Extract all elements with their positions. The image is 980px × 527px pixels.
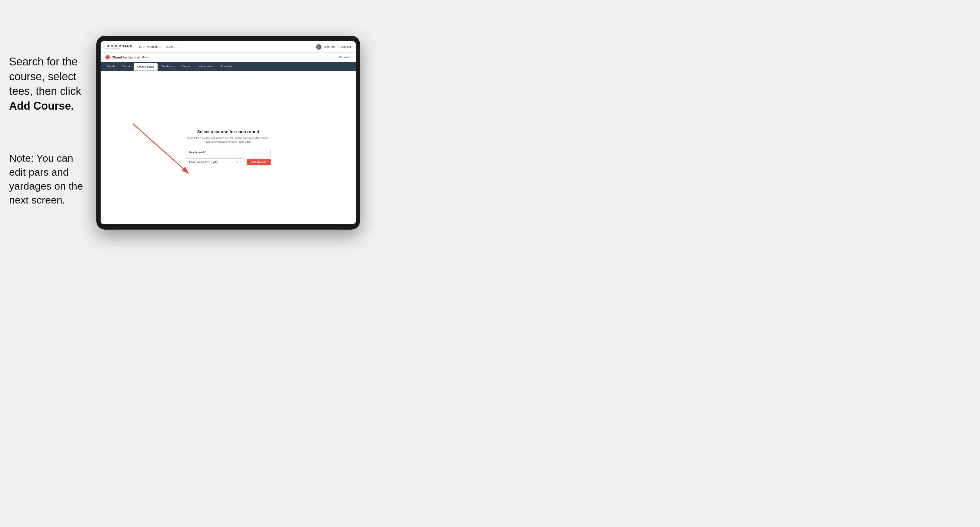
main-content: Select a course for each round Search fo…	[100, 71, 356, 224]
logo-sub: Powered by clippd	[105, 48, 132, 50]
tournament-name: Clippd Invitational	[111, 56, 140, 59]
tournament-header: C Clippd Invitational (Men) Cancel ✕	[100, 53, 356, 62]
note-line3: yardages on the	[9, 180, 83, 192]
course-search-input[interactable]	[186, 149, 270, 156]
tab-tee-groups[interactable]: Tee Groups	[158, 63, 178, 70]
tab-course-setup[interactable]: Course Setup	[134, 63, 158, 71]
tab-printables[interactable]: Printables	[217, 63, 236, 70]
tee-chevron-icon[interactable]: ⌃	[239, 161, 242, 163]
add-course-button[interactable]: Add Course	[247, 159, 270, 165]
tee-select-controls: ✕ ⌃	[236, 160, 242, 164]
user-label: Test User	[324, 45, 336, 48]
navbar-left: SCOREBOARD Powered by clippd TOURNAMENTS…	[105, 44, 175, 50]
tee-select-value: Gold (M) (M) (7010 yds)	[189, 160, 218, 163]
sign-out-link[interactable]: Sign out	[341, 45, 351, 48]
tablet-screen: SCOREBOARD Powered by clippd TOURNAMENTS…	[100, 41, 356, 224]
instruction-text: Search for the	[9, 56, 78, 68]
tab-leaderboards[interactable]: Leaderboards	[194, 63, 217, 70]
nav-link-teams[interactable]: TEAMS	[165, 45, 175, 48]
tee-select-dropdown[interactable]: Gold (M) (M) (7010 yds) ✕ ⌃	[186, 159, 245, 166]
navbar: SCOREBOARD Powered by clippd TOURNAMENTS…	[100, 41, 356, 53]
note-line4: next screen.	[9, 194, 65, 206]
navbar-right: T Test User | Sign out	[316, 44, 351, 50]
cancel-button[interactable]: Cancel ✕	[339, 56, 351, 59]
nav-links: TOURNAMENTS TEAMS	[138, 45, 175, 48]
tournament-icon: C	[105, 55, 110, 59]
instructions-panel: Search for the course, select tees, then…	[9, 54, 94, 122]
form-subtitle: Search for a course and select a tee. Yo…	[186, 137, 270, 144]
tab-navigation: Details Teams Course Setup Tee Groups Re…	[100, 62, 356, 71]
instruction-text-2: course, select	[9, 70, 76, 83]
course-form: Select a course for each round Search fo…	[186, 129, 270, 166]
tee-clear-icon[interactable]: ✕	[236, 160, 239, 164]
instruction-bold: Add Course.	[9, 100, 74, 112]
logo-area: SCOREBOARD Powered by clippd	[105, 44, 132, 50]
note-panel: Note: You can edit pars and yardages on …	[9, 151, 97, 207]
tab-details[interactable]: Details	[103, 63, 119, 70]
tab-teams[interactable]: Teams	[119, 63, 134, 70]
tab-results[interactable]: Results	[178, 63, 194, 70]
logo-text: SCOREBOARD	[105, 44, 132, 48]
user-avatar: T	[316, 44, 321, 50]
tournament-title: C Clippd Invitational (Men)	[105, 55, 150, 59]
tee-select-row: Gold (M) (M) (7010 yds) ✕ ⌃ Add Course	[186, 159, 270, 166]
nav-link-tournaments[interactable]: TOURNAMENTS	[138, 45, 161, 48]
instruction-text-3: tees, then click	[9, 85, 81, 97]
tournament-badge: (Men)	[142, 56, 150, 59]
note-line2: edit pars and	[9, 166, 69, 178]
note-line1: Note: You can	[9, 152, 73, 164]
tablet-device: SCOREBOARD Powered by clippd TOURNAMENTS…	[96, 36, 360, 230]
separator: |	[338, 45, 339, 48]
form-heading: Select a course for each round	[186, 129, 270, 134]
